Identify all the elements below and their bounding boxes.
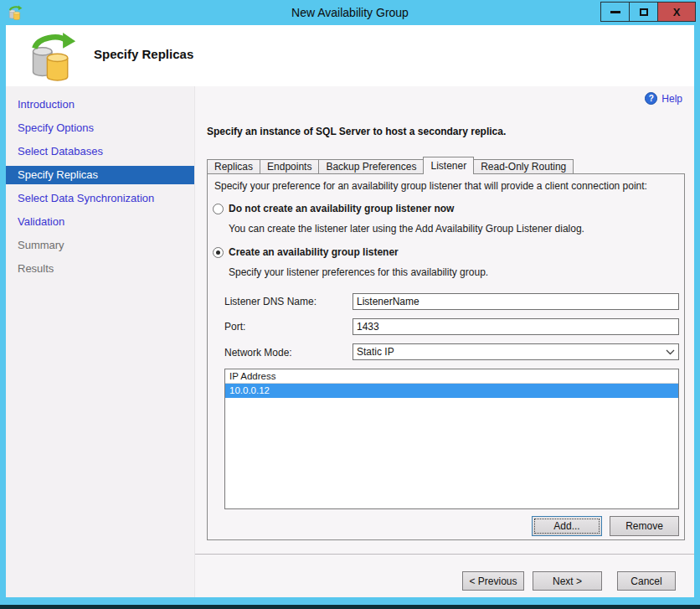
maximize-icon [640, 8, 648, 16]
sidebar-item-specify-options[interactable]: Specify Options [6, 119, 194, 137]
do-not-create-description: You can create the listener later using … [229, 223, 584, 235]
replicas-database-icon [24, 31, 80, 81]
window-controls: X [601, 2, 696, 22]
ip-address-column-header: IP Address [225, 369, 678, 384]
add-button[interactable]: Add... [532, 516, 602, 536]
help-label: Help [661, 93, 682, 105]
new-availability-group-window: New Availability Group X Specify Replica… [0, 0, 700, 609]
listener-tab-panel: Specify your preference for an availabil… [207, 173, 685, 540]
ip-address-row[interactable]: 10.0.0.12 [225, 384, 678, 398]
tab-strip: Replicas Endpoints Backup Preferences Li… [207, 157, 573, 174]
network-mode-label: Network Mode: [224, 344, 292, 361]
minimize-button[interactable] [600, 2, 630, 22]
radio-create-label: Create an availability group listener [229, 246, 399, 258]
next-button[interactable]: Next > [533, 571, 602, 591]
page-title: Specify Replicas [94, 47, 193, 61]
chevron-down-icon [666, 349, 675, 355]
tab-read-only-routing[interactable]: Read-Only Routing [473, 159, 574, 174]
window-title: New Availability Group [0, 0, 700, 25]
wizard-header: Specify Replicas [6, 25, 694, 86]
network-mode-select[interactable]: Static IP [353, 343, 679, 360]
radio-do-not-create-listener[interactable]: Do not create an availability group list… [213, 203, 454, 214]
sidebar-item-specify-replicas[interactable]: Specify Replicas [6, 166, 194, 184]
window-bottom-edge [0, 605, 700, 609]
create-listener-description: Specify your listener preferences for th… [229, 266, 488, 278]
sidebar-item-introduction[interactable]: Introduction [6, 95, 194, 114]
title-bar[interactable]: New Availability Group X [0, 0, 700, 25]
maximize-button[interactable] [629, 2, 658, 22]
instruction-heading: Specify an instance of SQL Server to hos… [207, 126, 506, 137]
footer-separator [195, 554, 694, 555]
minimize-icon [610, 11, 620, 13]
listener-dns-name-label: Listener DNS Name: [224, 293, 317, 310]
close-icon: X [673, 7, 681, 18]
network-mode-value: Static IP [357, 346, 394, 358]
close-button[interactable]: X [657, 2, 696, 22]
help-link[interactable]: ? Help [645, 92, 682, 105]
radio-create-listener[interactable]: Create an availability group listener [213, 246, 399, 258]
dialog-body: Specify Replicas Introduction Specify Op… [6, 25, 694, 597]
remove-button[interactable]: Remove [610, 516, 679, 536]
tab-replicas[interactable]: Replicas [207, 159, 260, 174]
help-icon: ? [645, 92, 657, 105]
sidebar-item-select-databases[interactable]: Select Databases [6, 142, 194, 161]
port-input[interactable] [353, 318, 679, 335]
sidebar-item-summary: Summary [6, 236, 194, 255]
tab-backup-preferences[interactable]: Backup Preferences [318, 159, 424, 174]
cancel-button[interactable]: Cancel [617, 571, 676, 591]
ip-address-list: IP Address 10.0.0.12 [224, 369, 679, 509]
listener-intro-text: Specify your preference for an availabil… [214, 180, 647, 192]
tab-listener[interactable]: Listener [423, 157, 474, 174]
radio-do-not-create-label: Do not create an availability group list… [229, 203, 454, 214]
main-content: ? Help Specify an instance of SQL Server… [195, 86, 694, 597]
sidebar-item-results: Results [6, 260, 194, 278]
sidebar-item-validation[interactable]: Validation [6, 213, 194, 231]
radio-checked-icon [213, 247, 224, 258]
radio-unchecked-icon [213, 204, 224, 214]
listener-dns-name-input[interactable] [353, 293, 679, 310]
wizard-steps-sidebar: Introduction Specify Options Select Data… [6, 86, 195, 597]
port-label: Port: [224, 318, 245, 335]
sidebar-item-select-data-synchronization[interactable]: Select Data Synchronization [6, 189, 194, 208]
previous-button[interactable]: < Previous [462, 571, 524, 591]
tab-endpoints[interactable]: Endpoints [260, 159, 319, 174]
